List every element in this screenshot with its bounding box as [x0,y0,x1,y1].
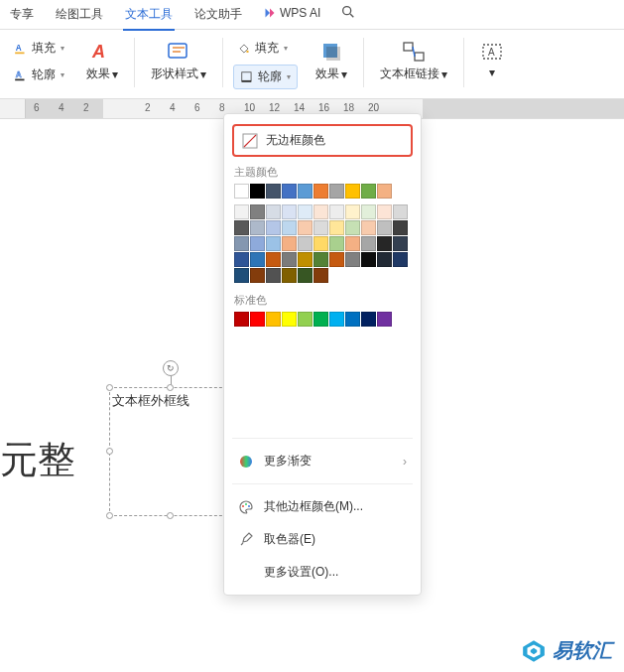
textbox-tool-button[interactable]: A ▾ [474,38,510,81]
resize-handle-nw[interactable] [106,384,113,391]
color-swatch[interactable] [250,184,265,199]
color-swatch[interactable] [266,312,281,327]
color-swatch[interactable] [250,204,265,219]
search-icon[interactable] [340,4,356,20]
text-fill-button[interactable]: A 填充▾ [10,38,68,59]
resize-handle-s[interactable] [167,512,174,519]
color-swatch[interactable] [282,236,297,251]
rotate-handle[interactable]: ↻ [163,360,179,376]
color-swatch[interactable] [377,204,392,219]
shape-effect-button[interactable]: 效果▾ [310,38,353,84]
color-swatch[interactable] [298,268,312,283]
color-swatch[interactable] [250,220,265,235]
color-swatch[interactable] [361,236,376,251]
text-effect-button[interactable]: A 效果▾ [80,38,124,84]
color-swatch[interactable] [313,312,328,327]
resize-handle-sw[interactable] [106,512,113,519]
color-swatch[interactable] [393,204,408,219]
color-swatch[interactable] [266,252,281,267]
color-swatch[interactable] [234,220,249,235]
color-swatch[interactable] [345,184,360,199]
color-swatch[interactable] [298,252,312,267]
color-swatch[interactable] [329,236,344,251]
tab-wps-ai[interactable]: WPS AI [262,4,322,26]
tab-share[interactable]: 专享 [8,4,36,29]
color-swatch[interactable] [250,236,265,251]
color-swatch[interactable] [345,252,360,267]
color-swatch[interactable] [377,312,392,327]
color-swatch[interactable] [234,312,249,327]
palette-icon [238,499,254,515]
color-swatch[interactable] [393,220,408,235]
text-outline-button[interactable]: A 轮廓▾ [10,65,68,85]
selected-textbox[interactable]: ↻ 文本框外框线 [109,387,232,516]
color-swatch[interactable] [282,204,297,219]
shape-fill-button[interactable]: 填充▾ [233,38,298,59]
tab-thesis-helper[interactable]: 论文助手 [192,4,244,29]
color-swatch[interactable] [361,312,376,327]
color-swatch[interactable] [377,184,392,199]
textbox-link-button[interactable]: 文本框链接▾ [374,38,453,84]
color-swatch[interactable] [329,184,344,199]
color-swatch[interactable] [313,236,328,251]
color-swatch[interactable] [361,220,376,235]
color-swatch[interactable] [329,220,344,235]
tab-text-tools[interactable]: 文本工具 [123,4,175,31]
color-swatch[interactable] [266,184,281,199]
color-swatch[interactable] [234,236,249,251]
color-swatch[interactable] [361,204,376,219]
color-swatch[interactable] [282,252,297,267]
color-swatch[interactable] [234,252,249,267]
color-swatch[interactable] [393,252,408,267]
color-swatch[interactable] [313,204,328,219]
color-swatch[interactable] [298,204,312,219]
textbox-content[interactable]: 文本框外框线 [110,388,231,414]
color-swatch[interactable] [329,312,344,327]
textbox-link-icon [402,40,426,64]
color-swatch[interactable] [313,184,328,199]
color-swatch[interactable] [329,204,344,219]
color-swatch[interactable] [250,268,265,283]
color-swatch[interactable] [298,312,312,327]
color-swatch[interactable] [313,252,328,267]
color-swatch[interactable] [345,312,360,327]
color-swatch[interactable] [377,236,392,251]
color-swatch[interactable] [282,184,297,199]
color-swatch[interactable] [345,204,360,219]
color-swatch[interactable] [298,236,312,251]
color-swatch[interactable] [234,204,249,219]
color-swatch[interactable] [361,184,376,199]
tab-draw-tools[interactable]: 绘图工具 [54,4,105,29]
color-swatch[interactable] [266,236,281,251]
color-swatch[interactable] [313,220,328,235]
color-swatch[interactable] [250,312,265,327]
resize-handle-w[interactable] [106,448,113,455]
color-swatch[interactable] [377,252,392,267]
color-swatch[interactable] [298,184,312,199]
color-swatch[interactable] [377,220,392,235]
no-border-color-item[interactable]: 无边框颜色 [232,124,413,157]
shape-style-button[interactable]: 形状样式▾ [145,38,212,84]
color-swatch[interactable] [250,252,265,267]
color-swatch[interactable] [313,268,328,283]
shape-outline-button[interactable]: 轮廓▾ [233,65,298,89]
more-gradient-item[interactable]: 更多渐变 › [224,445,421,477]
color-swatch[interactable] [361,252,376,267]
color-swatch[interactable] [345,236,360,251]
color-swatch[interactable] [234,268,249,283]
color-swatch[interactable] [282,220,297,235]
eyedropper-item[interactable]: 取色器(E) [224,523,421,556]
color-swatch[interactable] [345,220,360,235]
color-swatch[interactable] [329,252,344,267]
color-swatch[interactable] [266,268,281,283]
color-swatch[interactable] [282,268,297,283]
color-swatch[interactable] [234,184,249,199]
color-swatch[interactable] [266,204,281,219]
color-swatch[interactable] [266,220,281,235]
color-swatch[interactable] [298,220,312,235]
resize-handle-n[interactable] [167,384,174,391]
color-swatch[interactable] [393,236,408,251]
more-border-color-item[interactable]: 其他边框颜色(M)... [224,490,421,523]
color-swatch[interactable] [282,312,297,327]
more-settings-item[interactable]: 更多设置(O)... [224,556,421,589]
